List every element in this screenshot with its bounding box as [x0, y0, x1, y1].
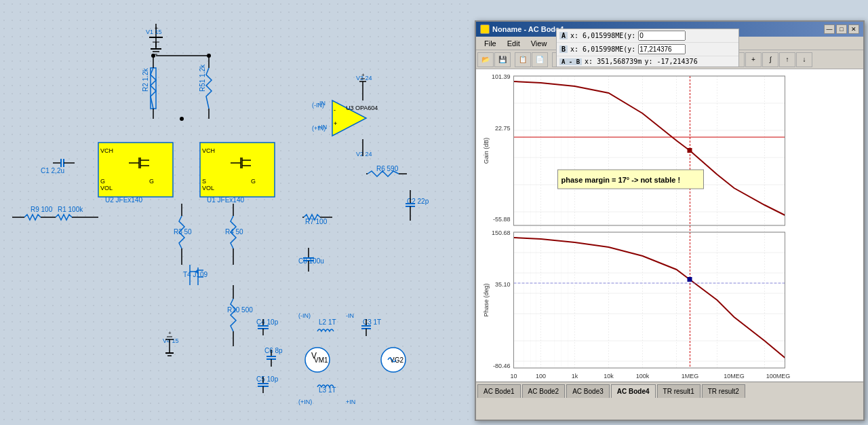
- cursor-ab-y: y: -17,214376: [644, 58, 697, 65]
- svg-text:22.75: 22.75: [495, 125, 511, 132]
- svg-text:100MEG: 100MEG: [766, 373, 791, 380]
- svg-text:R9 100: R9 100: [31, 206, 53, 213]
- arrow-down-button[interactable]: ↓: [796, 52, 812, 67]
- svg-point-140: [151, 54, 155, 58]
- bode-window: Noname - AC Bode4 — □ ✕ File Edit View P…: [475, 20, 865, 421]
- cursor-b-x: x: 6,015998ME(y:: [570, 45, 635, 53]
- svg-text:+: +: [361, 72, 365, 78]
- svg-text:10: 10: [510, 373, 517, 380]
- svg-text:R51 1.2k: R51 1.2k: [199, 64, 206, 92]
- svg-text:-55.88: -55.88: [493, 216, 511, 223]
- tab-tr-result1[interactable]: TR result1: [657, 384, 701, 398]
- window-title: Noname - AC Bode4: [492, 25, 564, 33]
- svg-text:VOL: VOL: [202, 185, 214, 191]
- menu-file[interactable]: File: [479, 39, 502, 48]
- menu-edit[interactable]: Edit: [502, 39, 526, 48]
- svg-text:+: +: [155, 25, 158, 32]
- svg-text:G: G: [149, 178, 154, 185]
- svg-text:100k: 100k: [636, 373, 650, 380]
- svg-text:VCH: VCH: [100, 147, 113, 154]
- cursor-a-y-input[interactable]: [638, 31, 686, 41]
- svg-text:R4 50: R4 50: [225, 228, 243, 236]
- svg-text:L2 1T: L2 1T: [319, 318, 336, 326]
- svg-text:V1 15: V1 15: [146, 29, 162, 35]
- svg-text:R6 590: R6 590: [376, 165, 399, 172]
- tab-bar: AC Bode1 AC Bode2 AC Bode3 AC Bode4 TR r…: [476, 382, 863, 398]
- svg-text:U1 JFEx140: U1 JFEx140: [207, 196, 244, 204]
- tab-tr-result2[interactable]: TR result2: [702, 384, 745, 398]
- svg-text:VCH: VCH: [202, 147, 215, 154]
- svg-text:35.10: 35.10: [495, 281, 511, 288]
- svg-text:+IN: +IN: [317, 124, 327, 130]
- tab-ac-bode3[interactable]: AC Bode3: [566, 384, 610, 398]
- svg-text:-: -: [334, 107, 336, 113]
- svg-text:+: +: [334, 120, 337, 127]
- cursor-readout: A x: 6,015998ME(y: B x: 6,015998ME(y: A …: [556, 29, 739, 67]
- svg-text:Phase (deg): Phase (deg): [483, 283, 490, 316]
- svg-text:1k: 1k: [572, 373, 578, 380]
- save-button[interactable]: 💾: [494, 52, 511, 67]
- svg-text:G: G: [251, 178, 256, 185]
- svg-text:150.68: 150.68: [492, 229, 511, 236]
- svg-rect-189: [688, 148, 692, 153]
- cursor-ab-xy: x: 351,568739m: [585, 58, 642, 65]
- minimize-button[interactable]: —: [824, 24, 835, 34]
- svg-text:S: S: [202, 178, 206, 185]
- svg-text:U3 OPA604: U3 OPA604: [346, 105, 378, 111]
- svg-text:VOL: VOL: [100, 185, 113, 191]
- svg-text:(-IN): (-IN): [298, 312, 311, 319]
- svg-text:U2 JFEx140: U2 JFEx140: [105, 196, 142, 204]
- window-title-area: Noname - AC Bode4: [480, 24, 564, 34]
- svg-text:-IN: -IN: [317, 100, 326, 107]
- svg-text:100: 100: [536, 373, 546, 380]
- waveform-button[interactable]: ∫: [762, 52, 778, 67]
- svg-point-142: [180, 117, 184, 121]
- svg-text:R1 100k: R1 100k: [58, 206, 83, 213]
- tab-ac-bode1[interactable]: AC Bode1: [477, 384, 521, 398]
- window-controls: — □ ✕: [824, 24, 859, 34]
- svg-text:10k: 10k: [604, 373, 614, 380]
- svg-text:V: V: [311, 351, 317, 361]
- svg-text:Gain (dB): Gain (dB): [483, 138, 490, 164]
- svg-text:+IN: +IN: [346, 399, 355, 405]
- svg-text:10MEG: 10MEG: [724, 373, 745, 380]
- svg-text:-80.46: -80.46: [493, 363, 511, 369]
- svg-text:+: +: [168, 330, 172, 336]
- cursor-ab-label: A - B: [559, 58, 582, 65]
- svg-text:101.39: 101.39: [492, 73, 511, 80]
- svg-text:C3 1T: C3 1T: [363, 318, 381, 326]
- plot-area: 101.39 22.75 -55.88 150.68 35.10 -80.46 …: [476, 69, 863, 382]
- tab-ac-bode4[interactable]: AC Bode4: [611, 384, 656, 398]
- svg-text:C6 8p: C6 8p: [264, 347, 283, 354]
- svg-text:V4 15: V4 15: [163, 337, 179, 344]
- svg-text:C4 10p: C4 10p: [256, 318, 279, 326]
- add-point-button[interactable]: +: [745, 52, 762, 67]
- cursor-a-x: x: 6,015998ME(y:: [570, 32, 635, 39]
- svg-text:-IN: -IN: [346, 312, 354, 319]
- svg-text:1MEG: 1MEG: [682, 373, 699, 380]
- schematic-area: V1 15 + R2 1.2k R51 1.2k VCH G VOL G: [0, 0, 475, 425]
- svg-text:R2 1.2k: R2 1.2k: [142, 68, 149, 92]
- cursor-b-label: B: [559, 45, 568, 53]
- cursor-b-y-input[interactable]: [638, 44, 686, 54]
- svg-rect-191: [688, 277, 692, 282]
- svg-text:C5 10p: C5 10p: [256, 375, 279, 383]
- open-button[interactable]: 📂: [477, 52, 494, 67]
- svg-text:G: G: [100, 178, 105, 185]
- svg-point-141: [207, 54, 211, 58]
- svg-text:phase margin = 17° -> not stab: phase margin = 17° -> not stable !: [561, 176, 681, 184]
- svg-text:V2 24: V2 24: [356, 151, 372, 158]
- maximize-button[interactable]: □: [836, 24, 847, 34]
- svg-text:R3 50: R3 50: [174, 228, 192, 236]
- menu-view[interactable]: View: [526, 39, 553, 48]
- copy-button[interactable]: 📋: [515, 52, 531, 67]
- svg-text:(+IN): (+IN): [298, 399, 312, 405]
- tab-ac-bode2[interactable]: AC Bode2: [522, 384, 566, 398]
- close-button[interactable]: ✕: [848, 24, 859, 34]
- cursor-a-label: A: [559, 32, 568, 39]
- arrow-up-button[interactable]: ↑: [779, 52, 795, 67]
- app-icon: [480, 24, 490, 34]
- svg-text:R10 500: R10 500: [227, 306, 253, 314]
- svg-text:C1 2,2u: C1 2,2u: [41, 167, 64, 174]
- paste-button[interactable]: 📄: [532, 52, 548, 67]
